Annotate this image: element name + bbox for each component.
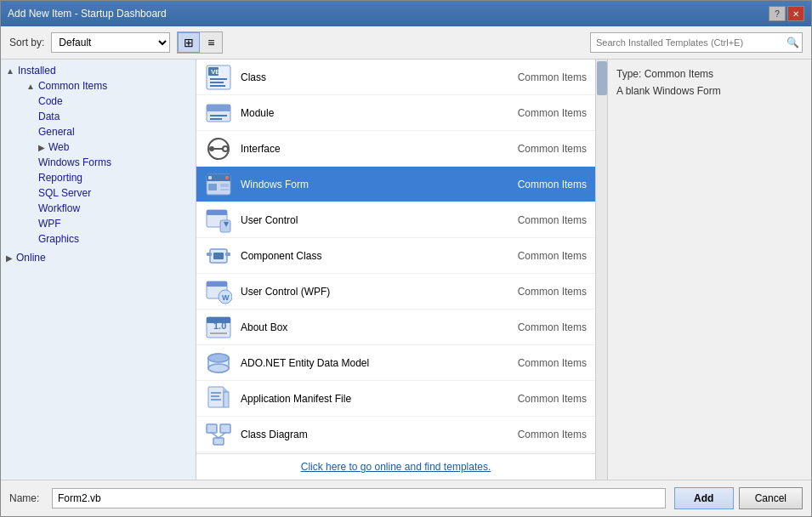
template-category: Common Items — [502, 214, 587, 226]
description: A blank Windows Form — [616, 85, 803, 97]
svg-rect-5 — [210, 85, 225, 87]
template-row-selected[interactable]: Windows Form Common Items — [196, 167, 595, 202]
tree-installed[interactable]: ▲ Installed — [1, 63, 196, 78]
template-name: Class Diagram — [241, 429, 502, 440]
svg-rect-20 — [220, 189, 229, 190]
template-row[interactable]: Interface Common Items — [196, 131, 595, 167]
tree-graphics[interactable]: Graphics — [1, 231, 196, 247]
template-row[interactable]: User Control Common Items — [196, 202, 595, 238]
template-category: Common Items — [502, 357, 587, 369]
svg-rect-22 — [207, 210, 227, 215]
svg-point-13 — [223, 146, 228, 151]
expand-icon: ▲ — [26, 82, 35, 91]
search-input[interactable] — [591, 36, 783, 49]
close-button[interactable]: ✕ — [787, 6, 804, 21]
tree-wpf-label: WPF — [38, 218, 61, 230]
tree-wpf[interactable]: WPF — [1, 216, 196, 231]
svg-rect-42 — [224, 392, 229, 407]
help-button[interactable]: ? — [769, 6, 786, 21]
svg-rect-43 — [211, 392, 221, 394]
tree-general-label: General — [38, 126, 75, 138]
template-name: Component Class — [241, 250, 502, 262]
svg-rect-19 — [220, 184, 229, 187]
template-name: User Control (WPF) — [241, 286, 502, 298]
svg-line-49 — [212, 433, 219, 438]
search-icon[interactable]: 🔍 — [783, 33, 802, 52]
expand-icon: ▲ — [6, 66, 14, 76]
template-row[interactable]: VB Class Common Items — [196, 60, 595, 95]
tree-online[interactable]: ▶ Online — [1, 250, 196, 265]
add-button[interactable]: Add — [674, 487, 734, 509]
template-icon-component — [205, 242, 232, 270]
search-box: 🔍 — [590, 32, 803, 53]
template-list: VB Class Common Items — [196, 60, 595, 453]
template-row[interactable]: Module Common Items — [196, 95, 595, 131]
tree-general[interactable]: General — [1, 124, 196, 139]
svg-rect-28 — [213, 253, 224, 259]
template-row[interactable]: W User Control (WPF) Common Items — [196, 274, 595, 310]
svg-rect-9 — [210, 118, 222, 120]
tree-data-label: Data — [38, 111, 60, 122]
template-category: Common Items — [502, 143, 587, 155]
tree-installed-label: Installed — [18, 65, 56, 77]
svg-rect-7 — [207, 105, 230, 111]
tree-workflow-label: Workflow — [38, 202, 80, 214]
left-panel: ▲ Installed ▲ Common Items Code Data Gen… — [1, 60, 196, 480]
view-toggle: ⊞ ≡ — [177, 31, 223, 54]
template-name: ADO.NET Entity Data Model — [241, 357, 502, 369]
template-list-panel: VB Class Common Items — [196, 60, 595, 480]
type-info: Type: Common Items — [616, 68, 803, 80]
tree-sql-server-label: SQL Server — [38, 187, 91, 199]
template-row[interactable]: 1.0 About Box Common Items — [196, 310, 595, 345]
template-category: Common Items — [502, 429, 587, 440]
type-value: Common Items — [644, 68, 713, 80]
template-name: About Box — [241, 321, 502, 333]
right-panel: Type: Common Items A blank Windows Form — [607, 60, 811, 480]
template-icon-about-box: 1.0 — [205, 314, 232, 341]
template-category: Common Items — [502, 321, 587, 333]
center-scroll-area: VB Class Common Items — [196, 60, 607, 480]
tree-code[interactable]: Code — [1, 94, 196, 109]
svg-marker-41 — [224, 387, 229, 392]
template-category: Common Items — [502, 250, 587, 262]
template-category: Common Items — [502, 393, 587, 405]
template-row[interactable]: Application Manifest File Common Items — [196, 381, 595, 417]
tree-data[interactable]: Data — [1, 109, 196, 124]
tree-online-label: Online — [16, 252, 46, 264]
tree-reporting[interactable]: Reporting — [1, 170, 196, 185]
tree-sql-server[interactable]: SQL Server — [1, 185, 196, 201]
expand-icon: ▶ — [38, 143, 45, 152]
svg-line-50 — [219, 433, 225, 438]
bottom-bar: Name: Add Cancel — [1, 480, 811, 516]
template-category: Common Items — [502, 71, 587, 83]
template-row[interactable]: Component Class Common Items — [196, 238, 595, 274]
online-link[interactable]: Click here to go online and find templat… — [196, 453, 595, 480]
name-input[interactable] — [52, 488, 666, 508]
tree-common-items[interactable]: ▲ Common Items — [1, 78, 196, 94]
svg-rect-46 — [207, 424, 217, 433]
svg-rect-45 — [211, 399, 221, 401]
sort-select[interactable]: Default Name Type — [51, 32, 170, 53]
type-label: Type: — [616, 68, 641, 80]
grid-view-button[interactable]: ⊞ — [178, 32, 200, 53]
tree-windows-forms[interactable]: Windows Forms — [1, 155, 196, 170]
svg-rect-18 — [208, 184, 217, 190]
title-bar-buttons: ? ✕ — [769, 6, 804, 21]
template-name: User Control — [241, 214, 502, 226]
tree-windows-forms-label: Windows Forms — [38, 156, 111, 168]
template-name: Application Manifest File — [241, 393, 502, 405]
template-row[interactable]: Class Diagram Common Items — [196, 417, 595, 452]
svg-text:W: W — [222, 293, 230, 302]
template-row[interactable]: ADO.NET Entity Data Model Common Items — [196, 345, 595, 381]
template-icon-user-control-wpf: W — [205, 278, 232, 305]
scrollbar[interactable] — [595, 60, 607, 480]
svg-rect-8 — [210, 115, 227, 116]
list-view-button[interactable]: ≡ — [200, 32, 222, 53]
toolbar: Sort by: Default Name Type ⊞ ≡ 🔍 — [1, 26, 811, 60]
cancel-button[interactable]: Cancel — [739, 487, 803, 509]
svg-rect-16 — [208, 176, 212, 179]
tree-web[interactable]: ▶ Web — [1, 139, 196, 155]
template-category: Common Items — [502, 286, 587, 298]
tree-workflow[interactable]: Workflow — [1, 201, 196, 216]
template-name: Interface — [241, 143, 502, 155]
